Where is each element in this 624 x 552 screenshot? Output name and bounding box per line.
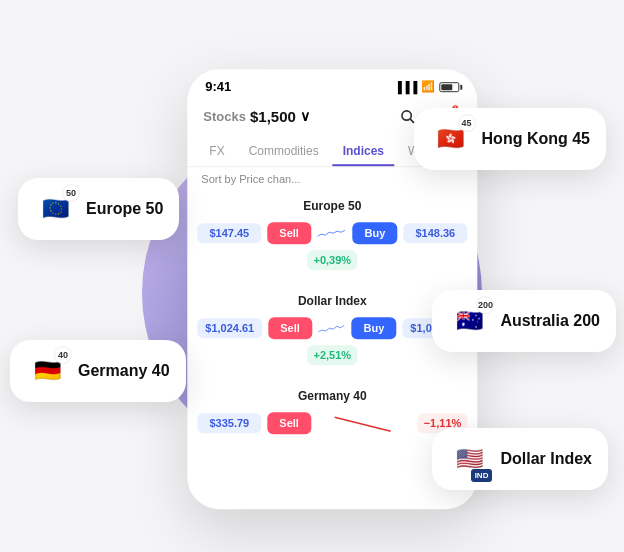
float-card-dollarindex[interactable]: 🇺🇸 IND Dollar Index bbox=[432, 428, 608, 490]
hongkong45-label: Hong Kong 45 bbox=[482, 130, 590, 148]
germany40-sell-button[interactable]: Sell bbox=[267, 412, 311, 434]
instrument-europe50-name: Europe 50 bbox=[197, 199, 467, 213]
stocks-label: Stocks bbox=[203, 109, 246, 124]
dollarindex-buy-button[interactable]: Buy bbox=[352, 317, 397, 339]
instrument-europe50: Europe 50 $147.45 Sell Buy $148.36 +0,39… bbox=[197, 191, 467, 278]
europe50-change: +0,39% bbox=[307, 250, 357, 270]
europe50-buy-button[interactable]: Buy bbox=[353, 222, 398, 244]
instrument-dollarindex-row: $1,024.61 Sell Buy $1,035.33 bbox=[197, 314, 467, 342]
signal-icon: ▐▐▐ bbox=[394, 81, 417, 93]
float-card-germany40[interactable]: 🇩🇪 40 Germany 40 bbox=[10, 340, 186, 402]
australia200-label: Australia 200 bbox=[500, 312, 600, 330]
instrument-europe50-row: $147.45 Sell Buy $148.36 bbox=[197, 219, 467, 247]
sort-label: Sort by Price chan... bbox=[201, 173, 300, 185]
dollarindex-label: Dollar Index bbox=[500, 450, 592, 468]
instrument-dollarindex-name: Dollar Index bbox=[197, 294, 467, 308]
europe50-badge: 50 bbox=[62, 184, 80, 202]
float-card-europe50[interactable]: 🇪🇺 50 Europe 50 bbox=[18, 178, 179, 240]
australia200-badge: 200 bbox=[476, 296, 494, 314]
stocks-amount: $1,500 bbox=[250, 108, 296, 125]
dropdown-arrow: ∨ bbox=[300, 108, 310, 124]
dollarindex-sell-button[interactable]: Sell bbox=[268, 317, 312, 339]
instrument-germany40: Germany 40 $335.79 Sell −1,11% bbox=[197, 381, 467, 445]
germany40-badge: 40 bbox=[54, 346, 72, 364]
tab-commodities[interactable]: Commodities bbox=[239, 138, 329, 166]
dollarindex-chart bbox=[318, 314, 346, 342]
float-card-hongkong45[interactable]: 🇭🇰 45 Hong Kong 45 bbox=[414, 108, 606, 170]
australia200-flag: 🇦🇺 200 bbox=[448, 300, 490, 342]
sort-bar[interactable]: Sort by Price chan... bbox=[187, 167, 477, 191]
svg-point-0 bbox=[402, 111, 411, 120]
hongkong45-badge: 45 bbox=[458, 114, 476, 132]
europe50-chart bbox=[317, 219, 347, 247]
germany40-label: Germany 40 bbox=[78, 362, 170, 380]
europe50-flag: 🇪🇺 50 bbox=[34, 188, 76, 230]
dollarindex-sell-price: $1,024.61 bbox=[197, 318, 262, 338]
europe50-sell-price: $147.45 bbox=[197, 223, 261, 243]
hongkong45-flag: 🇭🇰 45 bbox=[430, 118, 472, 160]
europe50-label: Europe 50 bbox=[86, 200, 163, 218]
status-bar: 9:41 ▐▐▐ 📶 bbox=[187, 69, 477, 98]
europe50-sell-button[interactable]: Sell bbox=[267, 222, 311, 244]
tab-fx[interactable]: FX bbox=[199, 138, 234, 166]
float-card-australia200[interactable]: 🇦🇺 200 Australia 200 bbox=[432, 290, 616, 352]
instrument-dollarindex: Dollar Index $1,024.61 Sell Buy $1,035.3… bbox=[197, 286, 467, 373]
stocks-selector[interactable]: Stocks $1,500 ∨ bbox=[203, 108, 310, 125]
tab-indices[interactable]: Indices bbox=[333, 138, 394, 166]
dollarindex-change: +2,51% bbox=[307, 345, 357, 365]
instrument-germany40-name: Germany 40 bbox=[197, 389, 467, 403]
germany40-chart bbox=[317, 409, 412, 437]
germany40-sell-price: $335.79 bbox=[197, 413, 261, 433]
dollarindex-flag: 🇺🇸 IND bbox=[448, 438, 490, 480]
instrument-germany40-row: $335.79 Sell −1,11% bbox=[197, 409, 467, 437]
dollarindex-badge: IND bbox=[471, 469, 493, 482]
wifi-icon: 📶 bbox=[421, 80, 435, 93]
status-time: 9:41 bbox=[205, 79, 231, 94]
svg-line-1 bbox=[410, 119, 414, 123]
status-icons: ▐▐▐ 📶 bbox=[394, 80, 459, 93]
battery-icon bbox=[439, 82, 459, 92]
europe50-buy-price: $148.36 bbox=[403, 223, 467, 243]
germany40-flag: 🇩🇪 40 bbox=[26, 350, 68, 392]
